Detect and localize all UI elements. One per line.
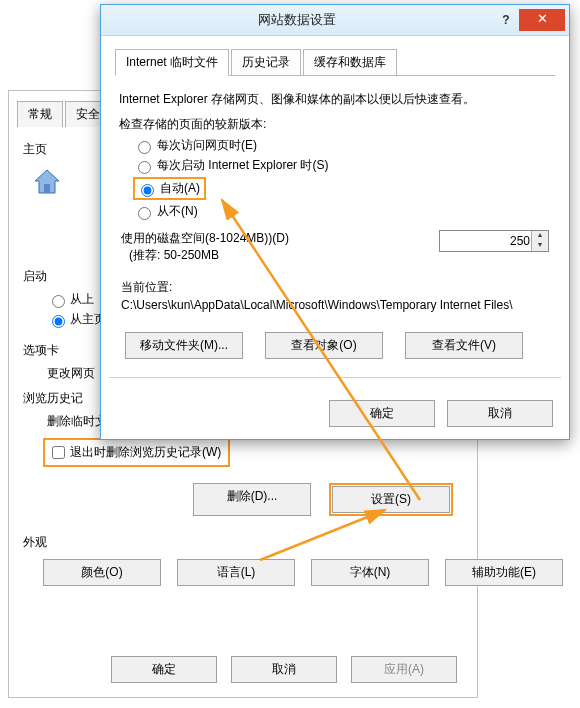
tab-cache-db[interactable]: 缓存和数据库 bbox=[303, 49, 397, 76]
location-path: C:\Users\kun\AppData\Local\Microsoft\Win… bbox=[121, 296, 549, 314]
spinner-down-icon[interactable]: ▼ bbox=[532, 241, 548, 251]
back-ok-button[interactable]: 确定 bbox=[111, 656, 217, 683]
exit-delete-highlight: 退出时删除浏览历史记录(W) bbox=[43, 438, 230, 467]
exit-delete-checkbox[interactable] bbox=[52, 446, 65, 459]
radio-every-start-row[interactable]: 每次启动 Internet Explorer 时(S) bbox=[133, 157, 555, 174]
exit-delete-label: 退出时删除浏览历史记录(W) bbox=[70, 444, 221, 461]
exit-delete-row[interactable]: 退出时删除浏览历史记录(W) bbox=[46, 441, 227, 464]
move-folder-button[interactable]: 移动文件夹(M)... bbox=[125, 332, 243, 359]
startup-from-last-label: 从上 bbox=[70, 291, 94, 308]
check-newer-label: 检查存储的页面的较新版本: bbox=[119, 116, 551, 133]
disk-label: 使用的磁盘空间(8-1024MB))(D) bbox=[121, 230, 289, 247]
website-data-settings-dialog: 网站数据设置 ? ✕ Internet 临时文件 历史记录 缓存和数据库 Int… bbox=[100, 4, 570, 440]
tab-general[interactable]: 常规 bbox=[17, 101, 63, 127]
disk-space-value: 250 bbox=[510, 234, 530, 248]
help-button[interactable]: ? bbox=[493, 13, 519, 27]
fonts-button[interactable]: 字体(N) bbox=[311, 559, 429, 586]
radio-every-visit-row[interactable]: 每次访问网页时(E) bbox=[133, 137, 555, 154]
settings-highlight: 设置(S) bbox=[329, 483, 453, 516]
dialog-divider bbox=[109, 377, 561, 378]
view-objects-button[interactable]: 查看对象(O) bbox=[265, 332, 383, 359]
back-cancel-button[interactable]: 取消 bbox=[231, 656, 337, 683]
location-label: 当前位置: bbox=[121, 278, 549, 296]
disk-recommend: (推荐: 50-250MB bbox=[129, 247, 289, 264]
radio-every-visit-label: 每次访问网页时(E) bbox=[157, 137, 257, 154]
radio-every-visit[interactable] bbox=[138, 141, 151, 154]
radio-auto[interactable] bbox=[141, 184, 154, 197]
colors-button[interactable]: 颜色(O) bbox=[43, 559, 161, 586]
radio-never-row[interactable]: 从不(N) bbox=[133, 203, 555, 220]
svg-rect-1 bbox=[44, 184, 50, 193]
dialog-tabs: Internet 临时文件 历史记录 缓存和数据库 bbox=[115, 48, 555, 76]
section-appearance: 外观 bbox=[23, 534, 477, 551]
home-icon bbox=[31, 166, 63, 198]
languages-button[interactable]: 语言(L) bbox=[177, 559, 295, 586]
startup-from-home-radio[interactable] bbox=[52, 315, 65, 328]
titlebar: 网站数据设置 ? ✕ bbox=[101, 5, 569, 36]
startup-from-last-radio[interactable] bbox=[52, 295, 65, 308]
back-apply-button[interactable]: 应用(A) bbox=[351, 656, 457, 683]
radio-every-start[interactable] bbox=[138, 161, 151, 174]
view-files-button[interactable]: 查看文件(V) bbox=[405, 332, 523, 359]
radio-never[interactable] bbox=[138, 207, 151, 220]
tab-temp-files[interactable]: Internet 临时文件 bbox=[115, 49, 229, 76]
accessibility-button[interactable]: 辅助功能(E) bbox=[445, 559, 563, 586]
radio-auto-highlight: 自动(A) bbox=[133, 177, 206, 200]
dialog-ok-button[interactable]: 确定 bbox=[329, 400, 435, 427]
spinner-buttons[interactable]: ▲ ▼ bbox=[531, 231, 548, 251]
tab-history[interactable]: 历史记录 bbox=[231, 49, 301, 76]
radio-never-label: 从不(N) bbox=[157, 203, 198, 220]
disk-label-block: 使用的磁盘空间(8-1024MB))(D) (推荐: 50-250MB bbox=[121, 230, 289, 264]
dialog-cancel-button[interactable]: 取消 bbox=[447, 400, 553, 427]
settings-button[interactable]: 设置(S) bbox=[332, 486, 450, 513]
disk-space-spinner[interactable]: 250 ▲ ▼ bbox=[439, 230, 549, 252]
radio-auto-label: 自动(A) bbox=[160, 180, 200, 197]
spinner-up-icon[interactable]: ▲ bbox=[532, 231, 548, 241]
close-button[interactable]: ✕ bbox=[519, 9, 565, 31]
dialog-title: 网站数据设置 bbox=[101, 11, 493, 29]
dialog-description: Internet Explorer 存储网页、图像和媒体的副本以便以后快速查看。 bbox=[119, 90, 551, 108]
delete-button[interactable]: 删除(D)... bbox=[193, 483, 311, 516]
radio-auto-row[interactable]: 自动(A) bbox=[136, 180, 200, 197]
radio-every-start-label: 每次启动 Internet Explorer 时(S) bbox=[157, 157, 328, 174]
